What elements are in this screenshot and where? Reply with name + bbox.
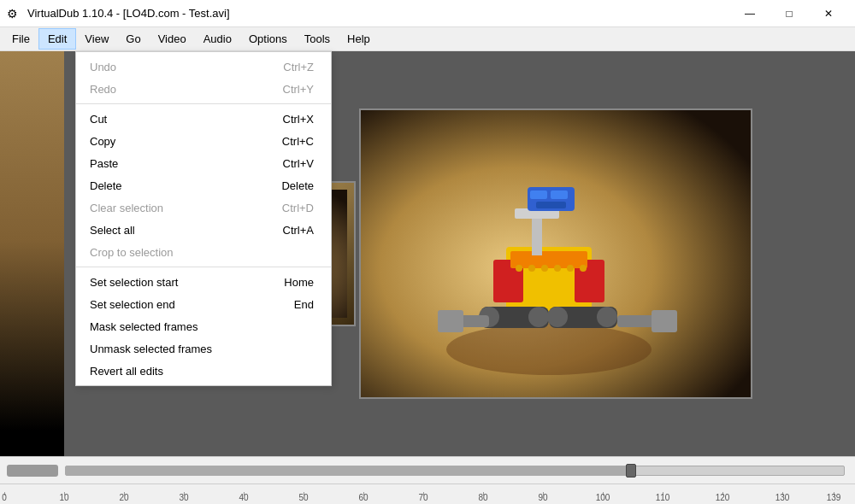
ruler-mark-label: 130 [775,493,790,502]
timeline-progress [66,466,634,475]
svg-rect-9 [510,251,587,268]
menu-item-go[interactable]: Go [117,29,149,49]
video-frame-right [359,108,752,399]
menu-edit-delete-shortcut: Delete [281,179,314,192]
timeline-handle[interactable] [626,464,636,478]
left-panel [0,51,64,456]
edit-dropdown-menu: Undo Ctrl+Z Redo Ctrl+Y Cut Ctrl+X Copy … [75,51,332,386]
menu-item-audio[interactable]: Audio [195,29,240,49]
ruler-mark-label: 100 [596,493,610,502]
svg-rect-31 [438,310,463,332]
menu-edit-set-selection-start[interactable]: Set selection start Home [76,271,331,293]
menu-edit-undo-shortcut: Ctrl+Z [283,61,314,73]
ruler-mark-label: 20 [119,493,128,502]
minimize-button[interactable]: — [730,0,770,27]
svg-rect-16 [532,213,542,255]
menu-edit-mask-selected-frames[interactable]: Mask selected frames [76,315,331,337]
left-panel-top [0,51,64,431]
svg-point-27 [580,265,587,272]
ruler-mark-label: 80 [478,493,487,502]
menu-edit-copy[interactable]: Copy Ctrl+C [76,130,331,152]
menu-item-options[interactable]: Options [240,29,296,49]
close-button[interactable]: ✕ [809,0,848,27]
separator-1 [76,103,331,104]
menu-edit-select-all-label: Select all [90,224,135,237]
ruler-area: 0102030405060708090100110120130139 [0,483,855,504]
menu-edit-cut-label: Cut [90,113,107,126]
ruler-mark-label: 120 [716,493,730,502]
video-thumbnail-right [361,110,751,397]
menu-edit-clear-selection[interactable]: Clear selection Ctrl+D [76,196,331,219]
menu-item-edit[interactable]: Edit [38,28,76,50]
menu-edit-copy-label: Copy [90,135,115,148]
menu-edit-unmask-selected-frames-label: Unmask selected frames [90,343,212,355]
ruler-mark-label: 90 [538,493,547,502]
ruler-marks: 0102030405060708090100110120130139 [0,483,855,502]
menu-edit-select-all-shortcut: Ctrl+A [283,224,314,237]
menu-edit-select-all[interactable]: Select all Ctrl+A [76,219,331,241]
menu-edit-paste-label: Paste [90,157,118,170]
menu-edit-paste-shortcut: Ctrl+V [283,157,314,170]
timeline-scrollbar-left[interactable] [7,465,58,477]
menu-edit-revert-all-edits-label: Revert all edits [90,365,163,378]
menu-item-file[interactable]: File [3,29,38,49]
ruler-mark-label: 60 [358,493,368,502]
ruler-mark-label: 110 [656,493,670,502]
svg-rect-20 [551,190,568,199]
ruler-mark-label: 139 [827,493,841,502]
video-preview-right-svg [361,110,751,397]
menu-edit-set-selection-start-label: Set selection start [90,276,178,289]
title-bar-left: ⚙ VirtualDub 1.10.4 - [LO4D.com - Test.a… [7,7,230,21]
menu-item-help[interactable]: Help [339,29,379,49]
menu-edit-revert-all-edits[interactable]: Revert all edits [76,360,331,382]
menu-edit-paste[interactable]: Paste Ctrl+V [76,152,331,174]
menu-bar: File Edit View Go Video Audio Options To… [0,27,855,51]
ruler-mark-label: 70 [418,493,428,502]
window-title: VirtualDub 1.10.4 - [LO4D.com - Test.avi… [27,7,230,20]
menu-edit-clear-selection-shortcut: Ctrl+D [282,202,314,214]
menu-edit-redo[interactable]: Redo Ctrl+Y [76,78,331,100]
menu-edit-set-selection-end-label: Set selection end [90,298,175,311]
menu-edit-set-selection-end[interactable]: Set selection end End [76,293,331,315]
app-icon: ⚙ [7,7,21,21]
menu-edit-unmask-selected-frames[interactable]: Unmask selected frames [76,337,331,360]
menu-edit-mask-selected-frames-label: Mask selected frames [90,320,198,333]
menu-item-tools[interactable]: Tools [296,29,339,49]
svg-point-5 [446,324,652,375]
menu-item-view[interactable]: View [76,29,117,49]
ruler-mark-label: 50 [298,493,308,502]
svg-point-25 [554,265,561,272]
separator-2 [76,267,331,267]
svg-rect-29 [652,310,677,332]
menu-edit-redo-shortcut: Ctrl+Y [283,83,314,96]
menu-edit-clear-selection-label: Clear selection [90,202,163,214]
title-bar-controls: — □ ✕ [730,0,848,27]
svg-point-15 [597,307,617,327]
ruler-mark-label: 0 [2,493,7,502]
menu-edit-undo-label: Undo [90,61,116,73]
left-panel-bottom [0,431,64,456]
ruler-mark-label: 10 [59,493,68,502]
title-bar: ⚙ VirtualDub 1.10.4 - [LO4D.com - Test.a… [0,0,855,27]
timeline-area [0,456,855,483]
menu-edit-set-selection-end-shortcut: End [294,298,314,311]
svg-point-22 [516,265,522,272]
svg-point-14 [547,307,568,327]
menu-edit-undo[interactable]: Undo Ctrl+Z [76,56,331,78]
ruler-mark-label: 30 [179,493,188,502]
svg-rect-21 [536,202,566,208]
menu-edit-delete[interactable]: Delete Delete [76,174,331,196]
menu-edit-copy-shortcut: Ctrl+C [282,135,314,148]
menu-edit-set-selection-start-shortcut: Home [284,276,314,289]
svg-rect-19 [530,190,547,199]
svg-point-26 [567,265,574,272]
maximize-button[interactable]: □ [770,0,809,27]
menu-edit-cut[interactable]: Cut Ctrl+X [76,108,331,130]
menu-item-video[interactable]: Video [150,29,195,49]
menu-edit-crop-to-selection[interactable]: Crop to selection [76,241,331,263]
menu-edit-delete-label: Delete [90,179,122,192]
timeline-track[interactable] [65,466,845,476]
menu-edit-redo-label: Redo [90,83,116,96]
menu-edit-cut-shortcut: Ctrl+X [283,113,314,126]
ruler-mark-label: 40 [239,493,248,502]
